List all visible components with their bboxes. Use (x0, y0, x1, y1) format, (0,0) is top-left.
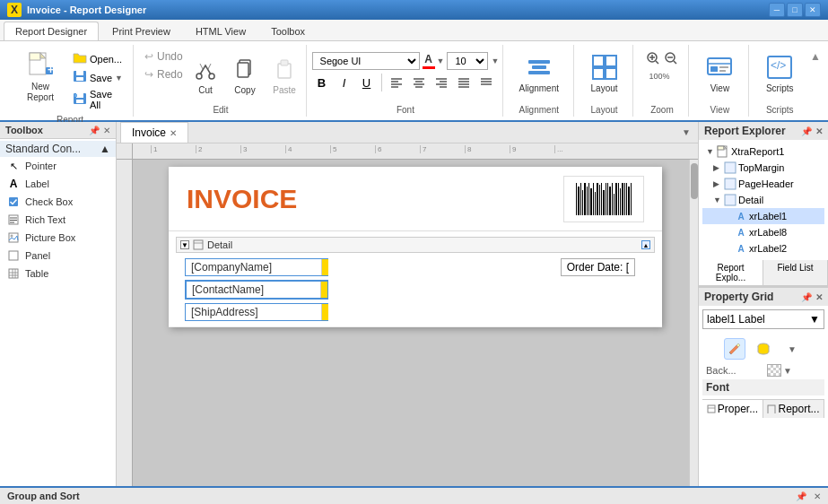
font-size-select[interactable]: 10 (447, 52, 488, 70)
scripts-label: Scripts (766, 83, 794, 93)
report-explorer-pin[interactable]: 📌 (801, 126, 812, 136)
tree-item-xtrareport[interactable]: ▼ XtraReport1 (702, 143, 824, 160)
toolbox-item-richtext[interactable]: Rich Text (0, 211, 116, 229)
new-report-button[interactable]: + New Report (14, 48, 66, 106)
svg-rect-59 (719, 70, 726, 72)
toolbox-label-checkbox: Check Box (25, 196, 73, 207)
save-all-button[interactable]: Save All (70, 88, 126, 111)
tree-item-topmargin[interactable]: ▶ TopMargin (702, 160, 824, 176)
group-sort-pin[interactable]: 📌 (796, 491, 806, 501)
tree-item-detail[interactable]: ▼ Detail (702, 192, 824, 208)
vertical-scrollbar[interactable] (689, 160, 698, 486)
paste-button[interactable]: Paste (266, 52, 302, 99)
layout-button[interactable]: Layout (582, 48, 627, 98)
detail-collapse-btn[interactable]: ▼ (180, 240, 189, 249)
re-tab-fieldlist[interactable]: Field List (763, 260, 828, 285)
italic-button[interactable]: I (335, 73, 354, 92)
align-right-button[interactable] (431, 73, 451, 92)
close-button[interactable]: ✕ (805, 3, 821, 17)
prop-tab-properties[interactable]: Proper... (702, 400, 763, 418)
group-sort-close[interactable]: ✕ (814, 491, 821, 501)
undo-button[interactable]: ↩ Undo (139, 48, 184, 65)
maximize-button[interactable]: □ (787, 3, 803, 17)
label-icon: A (7, 178, 20, 190)
field-ship-address[interactable]: [ShipAddress] (185, 303, 328, 321)
pg-icon-data[interactable] (753, 338, 774, 360)
tree-toggle-4[interactable]: ▼ (713, 196, 722, 204)
toolbox-item-table[interactable]: Table (0, 265, 116, 282)
field-handle-1[interactable] (321, 259, 328, 275)
property-grid-pin[interactable]: 📌 (801, 292, 812, 302)
font-name-select[interactable]: Segoe UI (312, 52, 420, 70)
detail-expand-btn[interactable]: ▲ (641, 240, 650, 249)
scripts-button[interactable]: </> Scripts (757, 48, 802, 98)
vertical-scrollbar-thumb[interactable] (691, 163, 698, 199)
designer-tab-invoice[interactable]: Invoice ✕ (120, 122, 188, 143)
zoom-100-btn[interactable]: 100% (645, 68, 674, 84)
ribbon-tab-bar: Report Designer Print Preview HTML View … (0, 20, 828, 41)
underline-button[interactable]: U (357, 73, 377, 92)
designer-tab-arrow[interactable]: ▼ (678, 124, 694, 141)
minimize-button[interactable]: ─ (769, 3, 785, 17)
ribbon-expand-btn[interactable]: ▲ (810, 45, 821, 117)
report-explorer-close[interactable]: ✕ (815, 126, 823, 136)
tree-item-xrlabel1[interactable]: A xrLabel1 (702, 208, 824, 224)
open-button[interactable]: Open... (70, 50, 126, 67)
font-size-dropdown[interactable]: ▼ (491, 56, 499, 65)
font-color-dropdown[interactable]: ▼ (437, 56, 445, 65)
alignment-button[interactable]: Alignment (511, 48, 567, 98)
order-date-field[interactable]: Order Date: [ (561, 258, 635, 276)
align-justify-button[interactable] (454, 73, 474, 92)
panel-icon (7, 249, 20, 262)
toolbox-label-richtext: Rich Text (25, 214, 65, 225)
pg-icon-pencil[interactable] (724, 338, 745, 360)
tab-toolbox[interactable]: Toolbox (259, 22, 317, 40)
tab-report-designer[interactable]: Report Designer (4, 22, 99, 40)
field-handle-2[interactable] (320, 282, 327, 298)
field-handle-3[interactable] (321, 304, 328, 320)
tree-item-xrlabel2[interactable]: A xrLabel2 (702, 240, 824, 256)
designer-tab-close-btn[interactable]: ✕ (170, 128, 177, 138)
pg-val-back-dropdown[interactable]: ▼ (783, 366, 792, 376)
toolbox-item-label[interactable]: A Label (0, 175, 116, 193)
zoom-in-btn[interactable] (645, 50, 661, 66)
ribbon-group-report: + New Report Open... Save ▼ Save All (7, 45, 134, 117)
save-button[interactable]: Save ▼ (70, 69, 126, 86)
toolbox-item-picturebox[interactable]: Picture Box (0, 229, 116, 247)
view-button[interactable]: View (697, 48, 742, 98)
bold-button[interactable]: B (312, 73, 332, 92)
tree-item-pageheader[interactable]: ▶ PageHeader (702, 176, 824, 192)
zoom-out-btn[interactable] (663, 50, 679, 66)
toolbox-item-panel[interactable]: Panel (0, 247, 116, 265)
tree-toggle-3[interactable]: ▶ (713, 179, 722, 188)
cut-button[interactable]: Cut (187, 52, 223, 99)
property-grid-selector[interactable]: label1 Label ▼ (702, 309, 824, 329)
property-grid-close[interactable]: ✕ (815, 292, 823, 302)
toolbox-section-header[interactable]: Standard Con... ▲ (0, 141, 116, 157)
align-center-button[interactable] (409, 73, 429, 92)
tab-print-preview[interactable]: Print Preview (100, 22, 182, 40)
group-sort-header: Group and Sort 📌 ✕ (0, 488, 828, 504)
tree-item-xrlabel8[interactable]: A xrLabel8 (702, 224, 824, 240)
tree-toggle-1[interactable]: ▼ (706, 147, 715, 156)
font-color-button[interactable]: A (423, 53, 435, 69)
pg-row-back[interactable]: Back... ▼ (702, 363, 824, 378)
canvas-scroll-area[interactable]: INVOICE (133, 160, 698, 486)
tab-html-view[interactable]: HTML View (184, 22, 257, 40)
align-extra-button[interactable] (476, 73, 496, 92)
tree-toggle-2[interactable]: ▶ (713, 163, 722, 172)
field-company-name[interactable]: [CompanyName] (185, 258, 328, 276)
toolbox-close-btn[interactable]: ✕ (103, 126, 110, 135)
save-dropdown-icon[interactable]: ▼ (115, 74, 123, 83)
pg-icon-dropdown2[interactable]: ▼ (781, 338, 803, 360)
toolbox-item-pointer[interactable]: ↖ Pointer (0, 157, 116, 175)
tree-label-xrlabel8: xrLabel8 (749, 227, 787, 238)
prop-tab-report[interactable]: Report... (763, 400, 824, 418)
toolbox-pin-btn[interactable]: 📌 (89, 126, 100, 135)
redo-button[interactable]: ↪ Redo (139, 66, 184, 83)
field-contact-name[interactable]: [ContactName] (185, 280, 328, 300)
align-left-button[interactable] (387, 73, 406, 92)
toolbox-item-checkbox[interactable]: Check Box (0, 193, 116, 211)
re-tab-explorer[interactable]: Report Explo... (699, 260, 763, 285)
copy-button[interactable]: Copy (227, 52, 263, 99)
